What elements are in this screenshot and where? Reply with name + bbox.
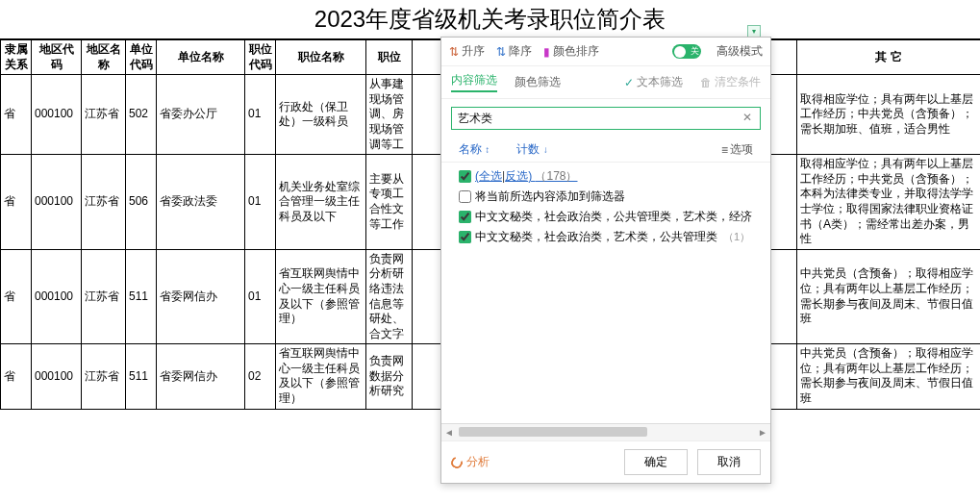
cell[interactable]: 000100 xyxy=(32,155,82,250)
col-header[interactable]: 隶属关系 xyxy=(1,40,32,75)
add-to-filter-checkbox[interactable] xyxy=(459,190,471,203)
filter-hscrollbar[interactable]: ◄ ► xyxy=(441,423,770,440)
col-header[interactable]: 地区名称 xyxy=(82,40,126,75)
sort-desc-button[interactable]: ⇅ 降序 xyxy=(496,43,532,60)
add-to-filter-row[interactable]: 将当前所选内容添加到筛选器 xyxy=(459,187,761,207)
select-all-checkbox[interactable] xyxy=(459,170,471,183)
col-header[interactable]: 职位 xyxy=(366,40,413,75)
col-header[interactable]: 地区代码 xyxy=(32,40,82,75)
cell[interactable]: 502 xyxy=(126,75,157,155)
advanced-mode-toggle[interactable]: 关 xyxy=(672,44,701,59)
advanced-mode-label: 高级模式 xyxy=(716,43,763,60)
hamburger-icon: ≡ xyxy=(721,143,728,157)
analyze-icon xyxy=(449,454,465,469)
filter-panel: ⇅ 升序 ⇅ 降序 ▮ 颜色排序 关 高级模式 内容筛选 颜色筛选 ✓ 文本筛选… xyxy=(440,37,771,484)
cell[interactable]: 中共党员（含预备）；取得相应学位；具有两年以上基层工作经历；需长期参与夜间及周末… xyxy=(797,249,981,344)
sort-by-name[interactable]: 名称 ↕ xyxy=(459,141,490,158)
col-header[interactable]: 职位代码 xyxy=(245,40,276,75)
cell[interactable]: 中共党员（含预备）；取得相应学位；具有两年以上基层工作经历；需长期参与夜间及周末… xyxy=(797,344,981,409)
cell[interactable]: 取得相应学位；具有两年以上基层工作经历；中共党员（含预备）；本科为法律类专业，并… xyxy=(797,155,981,250)
col-header[interactable]: 其 它 xyxy=(797,40,981,75)
cell[interactable]: 江苏省 xyxy=(82,344,126,409)
col-header[interactable]: 单位代码 xyxy=(126,40,157,75)
col-header[interactable]: 职位名称 xyxy=(276,40,366,75)
text-filter-button[interactable]: ✓ 文本筛选 xyxy=(624,74,683,90)
sort-asc-button[interactable]: ⇅ 升序 xyxy=(449,43,485,60)
cell[interactable]: 负责网 数据分析研究 xyxy=(366,344,413,409)
cell[interactable]: 从事建 现场管 调、房 现场管 调等工 xyxy=(366,75,413,155)
clear-search-icon[interactable]: ✕ xyxy=(740,111,755,126)
cell[interactable]: 省委网信办 xyxy=(157,344,245,409)
cell[interactable]: 省 xyxy=(1,344,32,409)
trash-icon: 🗑 xyxy=(700,76,712,89)
cell[interactable]: 取得相应学位；具有两年以上基层工作经历；中共党员（含预备）；需长期加班、值班，适… xyxy=(797,75,981,155)
cell[interactable]: 省委办公厅 xyxy=(157,75,245,155)
tab-content-filter[interactable]: 内容筛选 xyxy=(451,72,497,92)
color-sort-icon: ▮ xyxy=(543,45,550,59)
cell[interactable]: 主要从 专项工 合性文 等工作 xyxy=(366,155,413,250)
filter-list-header: 名称 ↕ 计数 ↓ ≡ 选项 xyxy=(441,138,770,163)
cell[interactable]: 江苏省 xyxy=(82,155,126,250)
cell[interactable]: 省 xyxy=(1,75,32,155)
cell[interactable]: 省 xyxy=(1,249,32,344)
cell[interactable]: 省互联网舆情中心一级主任科员及以下（参照管理） xyxy=(276,344,366,409)
filter-search-input[interactable] xyxy=(451,107,761,130)
cell[interactable]: 江苏省 xyxy=(82,249,126,344)
cell[interactable]: 省互联网舆情中心一级主任科员及以下（参照管理） xyxy=(276,249,366,344)
col-header[interactable]: 单位名称 xyxy=(157,40,245,75)
cell[interactable]: 江苏省 xyxy=(82,75,126,155)
cell[interactable]: 511 xyxy=(126,344,157,409)
sort-desc-icon: ⇅ xyxy=(496,45,506,59)
sort-by-count[interactable]: 计数 ↓ xyxy=(516,141,547,158)
cell[interactable]: 行政处（保卫处）一级科员 xyxy=(276,75,366,155)
filter-item[interactable]: 中文文秘类，社会政治类，艺术类，公共管理类（1） xyxy=(459,227,761,247)
list-options-button[interactable]: ≡ 选项 xyxy=(721,141,753,158)
cell[interactable]: 506 xyxy=(126,155,157,250)
scroll-right-icon[interactable]: ► xyxy=(755,424,770,441)
filter-item[interactable]: 中文文秘类，社会政治类，公共管理类，艺术类，经济 xyxy=(459,207,761,227)
cell[interactable]: 000100 xyxy=(32,75,82,155)
filter-item-label: 中文文秘类，社会政治类，艺术类，公共管理类 xyxy=(475,229,717,245)
cell[interactable]: 02 xyxy=(245,344,276,409)
filter-toolbar: ⇅ 升序 ⇅ 降序 ▮ 颜色排序 关 高级模式 xyxy=(441,38,770,66)
cell[interactable]: 511 xyxy=(126,249,157,344)
cell[interactable]: 机关业务处室综合管理一级主任科员及以下 xyxy=(276,155,366,250)
cell[interactable]: 省委网信办 xyxy=(157,249,245,344)
select-all-row[interactable]: (全选|反选) （178） xyxy=(459,166,761,187)
filter-search: ✕ xyxy=(441,99,770,138)
clear-conditions-button[interactable]: 🗑 清空条件 xyxy=(700,74,761,90)
filter-item-list: (全选|反选) （178） 将当前所选内容添加到筛选器 中文文秘类，社会政治类，… xyxy=(441,163,770,423)
scroll-left-icon[interactable]: ◄ xyxy=(441,424,457,441)
filter-item-label: 中文文秘类，社会政治类，公共管理类，艺术类，经济 xyxy=(475,209,752,225)
text-filter-icon: ✓ xyxy=(624,76,634,89)
filter-item-checkbox[interactable] xyxy=(459,211,471,223)
ok-button[interactable]: 确定 xyxy=(624,449,688,475)
cell[interactable]: 01 xyxy=(245,75,276,155)
cell[interactable]: 000100 xyxy=(32,344,82,409)
filter-tabs: 内容筛选 颜色筛选 ✓ 文本筛选 🗑 清空条件 xyxy=(441,66,770,99)
cell[interactable]: 省 xyxy=(1,155,32,250)
tab-color-filter[interactable]: 颜色筛选 xyxy=(515,74,561,90)
filter-footer: 分析 确定 取消 xyxy=(441,440,770,483)
cell[interactable]: 负责网 分析研 络违法 信息等 研处、 合文字 xyxy=(366,249,413,344)
filter-item-checkbox[interactable] xyxy=(459,231,471,243)
analyze-button[interactable]: 分析 xyxy=(451,454,490,470)
page-title: 2023年度省级机关考录职位简介表 ▾ xyxy=(0,0,980,39)
cancel-button[interactable]: 取消 xyxy=(697,449,761,475)
filter-item-count: （1） xyxy=(723,230,750,244)
cell[interactable]: 01 xyxy=(245,155,276,250)
cell[interactable]: 01 xyxy=(245,249,276,344)
cell[interactable]: 省委政法委 xyxy=(157,155,245,250)
color-sort-button[interactable]: ▮ 颜色排序 xyxy=(543,43,599,60)
cell[interactable]: 000100 xyxy=(32,249,82,344)
sort-asc-icon: ⇅ xyxy=(449,45,459,59)
